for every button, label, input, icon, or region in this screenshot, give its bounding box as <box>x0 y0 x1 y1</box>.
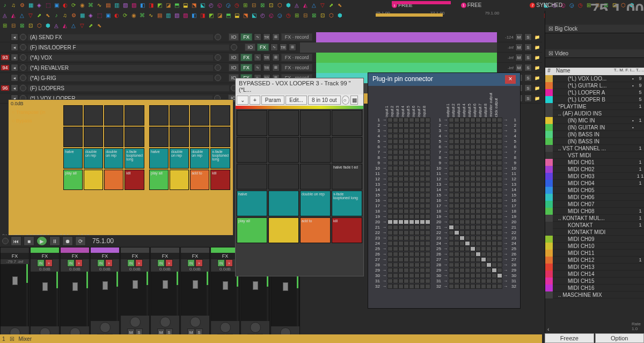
pin-cell[interactable] <box>492 128 497 133</box>
pin-cell[interactable] <box>409 166 414 171</box>
pin-cell[interactable] <box>454 236 459 240</box>
track-row[interactable]: 94 ◂ (*A) REVALVER IO FX ∿ TR ⊞ FX · rec… <box>0 63 542 73</box>
fx-button[interactable]: FX <box>240 64 252 71</box>
pin-cell[interactable] <box>387 139 393 144</box>
pin-title-bar[interactable]: Plug-in pin connector × <box>368 73 520 86</box>
pin-cell[interactable] <box>398 273 404 278</box>
pin-cell[interactable] <box>425 284 430 289</box>
looper-pad[interactable]: halve <box>149 148 169 169</box>
track-knob[interactable] <box>231 44 237 50</box>
toolbar-icon-150[interactable]: ⊠ <box>18 22 26 30</box>
pin-cell[interactable] <box>454 230 459 235</box>
pin-cell[interactable] <box>393 144 398 149</box>
pin-cell[interactable] <box>425 160 430 165</box>
pin-cell[interactable] <box>420 123 425 128</box>
pin-cell[interactable] <box>497 198 502 203</box>
pin-cell[interactable] <box>404 241 409 246</box>
mixer-fx[interactable]: FX <box>181 253 209 259</box>
pin-cell[interactable] <box>398 128 404 133</box>
looper-pad[interactable] <box>84 105 103 126</box>
pin-cell[interactable] <box>470 166 475 171</box>
pin-cell[interactable] <box>497 182 502 187</box>
toolbar-icon-99[interactable]: ◪ <box>216 11 223 19</box>
looper-pad[interactable]: add to <box>190 170 209 190</box>
toolbar-icon-90[interactable]: ⌘ <box>138 11 146 19</box>
pin-cell[interactable] <box>414 118 420 122</box>
looper-pad[interactable]: kill <box>125 170 144 190</box>
toolbar-icon-106[interactable]: ◶ <box>276 11 283 19</box>
pin-cell[interactable] <box>481 123 486 128</box>
pin-cell[interactable] <box>398 177 404 181</box>
pin-cell[interactable] <box>409 279 414 283</box>
pin-cell[interactable] <box>425 128 430 133</box>
pin-cell[interactable] <box>454 257 459 262</box>
mixer-channel[interactable]: FX IN× 0.0dB MS ∿⊞ (F) LOOPERS 96 <box>150 247 180 343</box>
toolbar-icon-19[interactable]: ◪ <box>164 1 172 9</box>
pin-cell[interactable] <box>481 241 486 246</box>
pin-cell[interactable] <box>470 171 475 176</box>
toolbar-icon-7[interactable]: ◐ <box>61 1 69 9</box>
io-button[interactable]: IO <box>229 33 239 41</box>
mixer-pan[interactable] <box>250 322 261 333</box>
pin-cell[interactable] <box>449 177 454 181</box>
pin-cell[interactable] <box>398 284 404 289</box>
pin-cell[interactable] <box>398 182 404 187</box>
pin-cell[interactable] <box>465 241 470 246</box>
pin-cell[interactable] <box>425 155 430 160</box>
extra-btn[interactable]: TR <box>263 33 270 41</box>
pin-cell[interactable] <box>454 166 459 171</box>
pin-cell[interactable] <box>481 252 486 257</box>
plugin-param-button[interactable]: Param <box>261 96 284 105</box>
track-rec-arm[interactable] <box>20 75 26 81</box>
tracklist-row[interactable]: MIDI CH02 1 <box>545 166 644 173</box>
pin-cell[interactable] <box>454 198 459 203</box>
pin-cell[interactable] <box>475 284 481 289</box>
pin-cell[interactable] <box>465 187 470 192</box>
pin-cell[interactable] <box>492 166 497 171</box>
pin-cell[interactable] <box>409 160 414 165</box>
pin-cell[interactable] <box>449 123 454 128</box>
pin-cell[interactable] <box>420 187 425 192</box>
looper-pad[interactable] <box>125 127 144 147</box>
toolbar-icon-23[interactable]: ⬕ <box>199 1 206 9</box>
track-rec-arm[interactable] <box>20 64 26 71</box>
pin-cell[interactable] <box>393 150 398 155</box>
pin-cell[interactable] <box>420 128 425 133</box>
pin-cell[interactable] <box>387 230 393 235</box>
pin-cell[interactable] <box>387 187 393 192</box>
pin-cell[interactable] <box>475 193 481 198</box>
toolbar-icon-25[interactable]: ◵ <box>216 1 223 9</box>
pin-cell[interactable] <box>393 123 398 128</box>
pin-cell[interactable] <box>481 220 486 224</box>
extra-btn[interactable]: ∿ <box>270 43 278 51</box>
pin-cell[interactable] <box>404 257 409 262</box>
pin-cell[interactable] <box>414 150 420 155</box>
pin-cell[interactable] <box>454 139 459 144</box>
pin-cell[interactable] <box>475 134 481 138</box>
pin-cell[interactable] <box>409 203 414 208</box>
mixer-fader[interactable] <box>181 272 209 316</box>
track-row[interactable]: 93 ◂ (*A) VOX IO FX ∿ TR ⊞ FX · record -… <box>0 53 542 63</box>
toolbar-icon-32[interactable]: ⬡ <box>276 1 283 9</box>
pin-cell[interactable] <box>486 225 492 230</box>
pin-cell[interactable] <box>387 134 393 138</box>
pin-cell[interactable] <box>465 225 470 230</box>
toolbar-icon-8[interactable]: ⟳ <box>70 1 77 9</box>
pin-cell[interactable] <box>470 150 475 155</box>
pin-cell[interactable] <box>414 230 420 235</box>
pin-cell[interactable] <box>465 252 470 257</box>
pin-cell[interactable] <box>420 198 425 203</box>
folder-icon[interactable]: 📁 <box>533 84 541 92</box>
pin-cell[interactable] <box>409 182 414 187</box>
pin-cell[interactable] <box>497 155 502 160</box>
plugin-pad[interactable] <box>332 110 362 136</box>
pin-cell[interactable] <box>465 209 470 214</box>
tracklist-row[interactable]: (*L) GUITAR L... • 9 <box>545 82 644 89</box>
mixer-fx[interactable]: FX <box>151 253 179 259</box>
mute-button[interactable]: M <box>515 64 523 71</box>
pin-cell[interactable] <box>486 166 492 171</box>
mute-button[interactable]: M <box>515 43 523 51</box>
pin-cell[interactable] <box>449 203 454 208</box>
tracklist-row[interactable]: MIDI CH03 1 1 <box>545 173 644 180</box>
extra-btn[interactable]: ∿ <box>254 54 261 61</box>
